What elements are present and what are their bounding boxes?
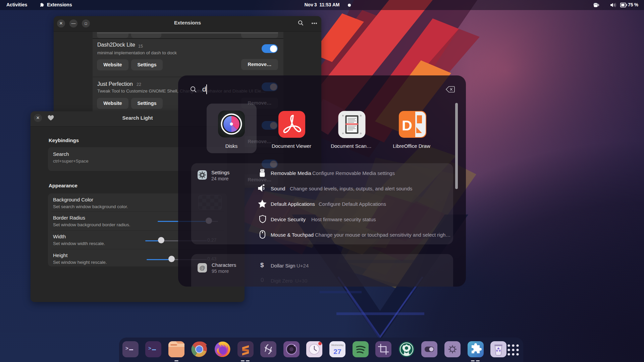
svg-text:@: @ xyxy=(200,265,205,271)
svg-text:Wednesday: Wednesday xyxy=(331,344,344,347)
svg-text:>: > xyxy=(125,345,128,351)
svg-text:D: D xyxy=(402,117,412,133)
svg-text:>: > xyxy=(148,345,151,351)
svg-text:27: 27 xyxy=(333,348,341,355)
